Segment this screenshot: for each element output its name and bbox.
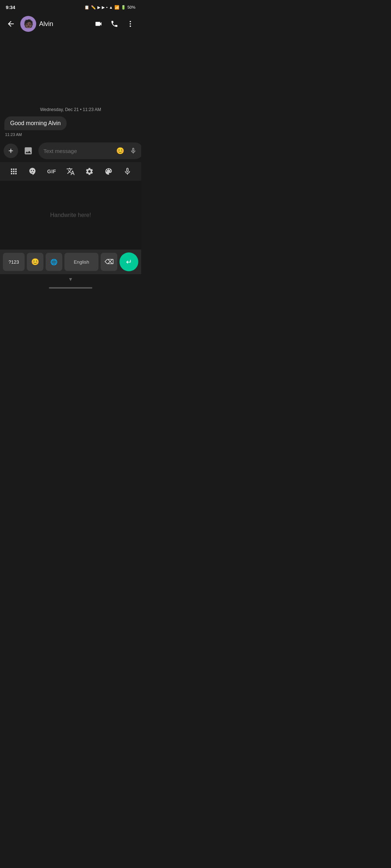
keyboard-bottom: ?123 😊 🌐 English ⌫ ↵: [0, 250, 141, 274]
video-call-button[interactable]: [92, 17, 105, 30]
settings-button[interactable]: [81, 163, 97, 179]
edit-icon: ✏️: [91, 5, 96, 10]
space-label: English: [74, 259, 89, 265]
num-key[interactable]: ?123: [3, 253, 25, 271]
battery-icon: 🔋: [121, 5, 126, 10]
message-time: 11:23 AM: [5, 132, 137, 137]
chevron-down-icon: ▼: [68, 276, 73, 282]
emoji-button[interactable]: 😊: [115, 146, 125, 156]
palette-button[interactable]: [101, 163, 117, 179]
media-button[interactable]: [21, 144, 35, 158]
status-icons: 📋 ✏️ ▶ ▶ • ▲ 📶 🔋 50%: [84, 5, 135, 10]
nav-actions: [92, 17, 137, 30]
enter-key[interactable]: ↵: [119, 252, 138, 271]
svg-point-1: [130, 23, 131, 25]
home-indicator: [0, 284, 141, 292]
message-input-wrapper[interactable]: 😊: [38, 142, 141, 159]
handwrite-placeholder: Handwrite here!: [50, 212, 91, 218]
dot-icon: •: [106, 5, 108, 9]
space-key[interactable]: English: [64, 253, 98, 271]
youtube-icon: ▶: [97, 5, 100, 10]
message-bubble: Good morning Alvin: [4, 116, 67, 130]
mic-button[interactable]: [128, 146, 138, 156]
emoji-key[interactable]: 😊: [27, 253, 43, 271]
toolbar-mic-button[interactable]: [119, 163, 135, 179]
avatar[interactable]: 🧑🏿: [20, 16, 36, 32]
phone-call-button[interactable]: [108, 17, 121, 30]
nav-bar: 🧑🏿 Alvin: [0, 13, 141, 35]
status-bar: 9:34 📋 ✏️ ▶ ▶ • ▲ 📶 🔋 50%: [0, 0, 141, 13]
delete-key[interactable]: ⌫: [101, 253, 117, 271]
svg-point-2: [130, 26, 131, 27]
date-separator: Wednesday, Dec 21 • 11:23 AM: [4, 107, 137, 112]
num-label: ?123: [9, 259, 19, 265]
handwrite-area[interactable]: Handwrite here!: [0, 181, 141, 250]
notification-icon: 📋: [84, 5, 89, 10]
avatar-emoji: 🧑🏿: [24, 19, 33, 29]
language-key[interactable]: 🌐: [46, 253, 62, 271]
delete-icon: ⌫: [105, 258, 114, 266]
gif-label: GIF: [47, 169, 56, 174]
chat-area: Wednesday, Dec 21 • 11:23 AM Good mornin…: [0, 35, 141, 140]
wifi-icon: ▲: [109, 5, 113, 9]
gif-button[interactable]: GIF: [44, 163, 60, 179]
sticker-button[interactable]: [25, 163, 41, 179]
add-button[interactable]: [4, 144, 18, 158]
battery-percent: 50%: [127, 5, 135, 9]
youtube2-icon: ▶: [102, 5, 105, 10]
contact-name[interactable]: Alvin: [39, 20, 92, 28]
enter-icon: ↵: [126, 258, 132, 266]
input-area: 😊: [0, 140, 141, 162]
home-bar: [49, 287, 92, 289]
emoji-icon-key: 😊: [31, 258, 39, 266]
translate-button[interactable]: [63, 163, 79, 179]
signal-icon: 📶: [114, 5, 119, 10]
svg-point-0: [130, 21, 131, 22]
back-button[interactable]: [4, 17, 17, 30]
status-time: 9:34: [6, 5, 15, 10]
lang-icon: 🌐: [50, 259, 58, 265]
message-input[interactable]: [43, 148, 112, 154]
bottom-handle[interactable]: ▼: [0, 274, 141, 284]
more-options-button[interactable]: [124, 17, 137, 30]
message-text: Good morning Alvin: [10, 120, 61, 126]
apps-button[interactable]: [6, 163, 22, 179]
emoji-icon: 😊: [116, 147, 124, 155]
keyboard-toolbar: GIF: [0, 162, 141, 181]
